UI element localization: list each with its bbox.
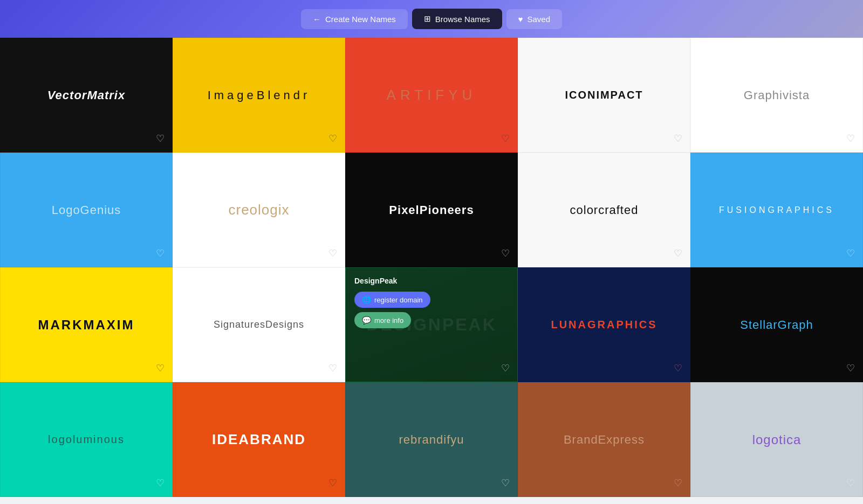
card-name-artifyu: ARTIFYU: [381, 81, 482, 109]
create-names-button[interactable]: ← Create New Names: [301, 9, 408, 29]
heart-icon: ♡: [846, 363, 855, 374]
card-name-iconimpact: ICONIMPACT: [559, 84, 648, 107]
heart-icon: ♡: [156, 478, 165, 488]
heart-icon: ♡: [501, 248, 510, 259]
heart-icon: ♡: [674, 248, 682, 259]
heart-icon: ♡: [846, 133, 855, 144]
heart-icon: ♡: [501, 133, 510, 144]
card-logogenius[interactable]: LogoGenius♡: [0, 153, 173, 267]
heart-icon: ♡: [674, 133, 682, 144]
heart-button-ideabrand[interactable]: ♡: [328, 477, 337, 489]
more-info-button[interactable]: 💬 more info: [354, 312, 411, 328]
heart-icon: ♡: [674, 478, 682, 488]
card-fusiongraphics[interactable]: FUSIONGRAPHICS♡: [690, 153, 863, 267]
heart-icon: ♡: [846, 248, 855, 259]
chat-icon: 💬: [362, 316, 371, 325]
heart-button-pixelpioneers[interactable]: ♡: [501, 247, 510, 259]
card-name-creologix: creologix: [223, 196, 294, 224]
card-name-lunagraphics: LUNAGRAPHICS: [545, 313, 662, 336]
heart-icon: ♡: [328, 133, 337, 144]
card-name-brandexpress: BrandExpress: [558, 427, 650, 452]
heart-icon: ♡: [156, 363, 165, 374]
card-name-rebrandifyu: rebrandifyu: [393, 427, 469, 452]
overlay-card-name: DesignPeak: [354, 277, 397, 285]
create-names-label: Create New Names: [325, 15, 396, 24]
card-logotica[interactable]: logotica♡: [690, 382, 863, 497]
heart-icon: ♡: [328, 248, 337, 259]
heart-icon: ♥: [518, 15, 523, 24]
card-ideabrand[interactable]: IDEABRAND♡: [173, 382, 345, 497]
heart-icon: ♡: [501, 363, 510, 374]
heart-button-vectormatrix[interactable]: ♡: [156, 133, 165, 144]
card-iconimpact[interactable]: ICONIMPACT♡: [518, 38, 690, 153]
brand-names-grid: VectorMatrix♡ImageBlendr♡ARTIFYU♡ICONIMP…: [0, 38, 863, 497]
card-name-pixelpioneers: PixelPioneers: [383, 198, 479, 223]
heart-button-brandexpress[interactable]: ♡: [674, 477, 682, 489]
card-name-logoluminous: logoluminous: [43, 428, 130, 451]
card-name-markmaxim: MARKMAXIM: [33, 312, 140, 338]
heart-button-markmaxim[interactable]: ♡: [156, 362, 165, 374]
heart-button-lunagraphics[interactable]: ♡: [674, 362, 682, 374]
heart-button-logotica[interactable]: ♡: [846, 477, 855, 489]
card-vectormatrix[interactable]: VectorMatrix♡: [0, 38, 173, 153]
register-domain-button[interactable]: 🌐 register domain: [354, 292, 430, 308]
card-name-ideabrand: IDEABRAND: [207, 426, 311, 453]
heart-button-logogenius[interactable]: ♡: [156, 247, 165, 259]
card-name-logotica: logotica: [747, 427, 807, 453]
heart-button-artifyu[interactable]: ♡: [501, 133, 510, 144]
heart-button-graphivista[interactable]: ♡: [846, 133, 855, 144]
card-pixelpioneers[interactable]: PixelPioneers♡: [345, 153, 518, 267]
card-stellargraph[interactable]: StellarGraph♡: [690, 267, 863, 382]
card-creologix[interactable]: creologix♡: [173, 153, 345, 267]
heart-icon: ♡: [674, 363, 682, 374]
browse-names-button[interactable]: ⊞ Browse Names: [412, 9, 502, 29]
heart-button-imageblendr[interactable]: ♡: [328, 133, 337, 144]
heart-button-signaturesdesigns[interactable]: ♡: [328, 362, 337, 374]
card-lunagraphics[interactable]: LUNAGRAPHICS♡: [518, 267, 690, 382]
card-rebrandifyu[interactable]: rebrandifyu♡: [345, 382, 518, 497]
arrow-left-icon: ←: [313, 15, 321, 24]
grid-icon: ⊞: [424, 14, 431, 24]
heart-icon: ♡: [846, 478, 855, 488]
heart-button-iconimpact[interactable]: ♡: [674, 133, 682, 144]
heart-icon: ♡: [328, 478, 337, 488]
card-name-signaturesdesigns: SignaturesDesigns: [208, 314, 310, 336]
heart-button-rebrandifyu[interactable]: ♡: [501, 477, 510, 489]
heart-button-designpeak[interactable]: ♡: [501, 362, 510, 374]
saved-label: Saved: [527, 15, 550, 24]
heart-button-fusiongraphics[interactable]: ♡: [846, 247, 855, 259]
heart-icon: ♡: [156, 133, 165, 144]
card-brandexpress[interactable]: BrandExpress♡: [518, 382, 690, 497]
card-markmaxim[interactable]: MARKMAXIM♡: [0, 267, 173, 382]
heart-button-colorcrafted[interactable]: ♡: [674, 247, 682, 259]
card-graphivista[interactable]: Graphivista♡: [690, 38, 863, 153]
card-name-logogenius: LogoGenius: [46, 198, 127, 223]
card-imageblendr[interactable]: ImageBlendr♡: [173, 38, 345, 153]
card-logoluminous[interactable]: logoluminous♡: [0, 382, 173, 497]
card-name-vectormatrix: VectorMatrix: [42, 83, 131, 108]
card-colorcrafted[interactable]: colorcrafted♡: [518, 153, 690, 267]
card-overlay: DesignPeak🌐 register domain💬 more info: [346, 268, 517, 382]
heart-button-logoluminous[interactable]: ♡: [156, 477, 165, 489]
card-name-imageblendr: ImageBlendr: [202, 83, 316, 108]
browse-names-label: Browse Names: [435, 15, 490, 24]
heart-icon: ♡: [328, 363, 337, 374]
card-artifyu[interactable]: ARTIFYU♡: [345, 38, 518, 153]
header: ← Create New Names ⊞ Browse Names ♥ Save…: [0, 0, 863, 38]
card-name-graphivista: Graphivista: [738, 83, 815, 108]
card-designpeak[interactable]: DESIGNPEAKDesignPeak🌐 register domain💬 m…: [345, 267, 518, 382]
globe-icon: 🌐: [362, 295, 371, 304]
saved-button[interactable]: ♥ Saved: [506, 9, 562, 29]
card-name-colorcrafted: colorcrafted: [565, 198, 644, 223]
heart-button-creologix[interactable]: ♡: [328, 247, 337, 259]
card-name-fusiongraphics: FUSIONGRAPHICS: [714, 200, 840, 220]
heart-icon: ♡: [501, 478, 510, 488]
card-signaturesdesigns[interactable]: SignaturesDesigns♡: [173, 267, 345, 382]
card-name-stellargraph: StellarGraph: [735, 313, 819, 337]
heart-icon: ♡: [156, 248, 165, 259]
heart-button-stellargraph[interactable]: ♡: [846, 362, 855, 374]
